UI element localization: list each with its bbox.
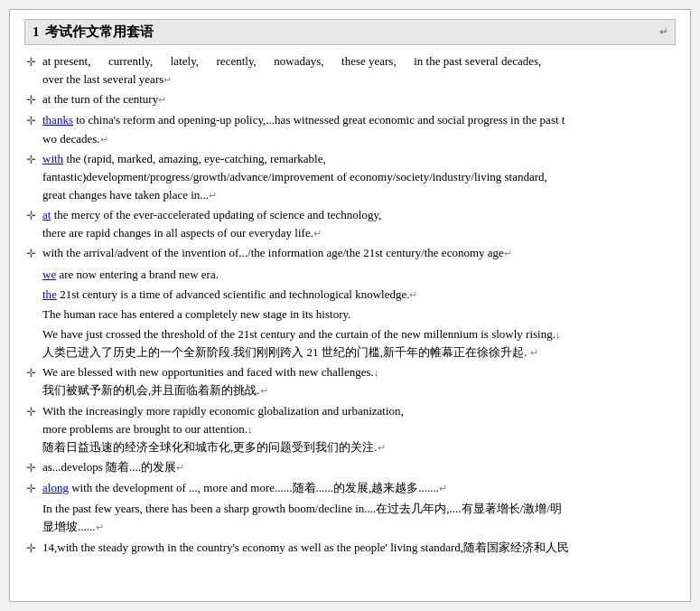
entry-11: ✛ We are blessed with new opportunities … — [24, 363, 676, 400]
drag-handle-icon[interactable]: ✛ — [24, 403, 37, 421]
entry-5: ✛ at the mercy of the ever-accelerated u… — [24, 206, 676, 242]
keyword-with: with — [42, 152, 63, 165]
entry-8: the 21st century is a time of advanced s… — [24, 286, 676, 304]
drag-handle-icon[interactable]: ✛ — [24, 207, 37, 225]
keyword-along: along — [42, 481, 69, 494]
drag-handle-icon[interactable]: ✛ — [24, 151, 37, 169]
entry-3: ✛ thanks to china's reform and opening-u… — [24, 111, 676, 147]
entry-4: ✛ with the (rapid, marked, amazing, eye-… — [24, 150, 676, 204]
entry-13-text: as...develops 随着....的发展↵ — [42, 458, 676, 476]
entry-14: ✛ along with the development of ..., mor… — [24, 479, 676, 498]
section-fold-icon[interactable]: ↵ — [659, 26, 667, 38]
entry-16-text: 14,with the steady growth in the country… — [42, 539, 676, 557]
entry-10: We have just crossed the threshold of th… — [24, 325, 676, 362]
drag-handle-icon[interactable]: ✛ — [24, 245, 37, 263]
drag-handle-icon[interactable]: ✛ — [24, 540, 37, 558]
entry-7-text: we are now entering a brand new era. — [42, 266, 676, 284]
drag-handle-icon[interactable]: ✛ — [24, 91, 37, 109]
entry-6: ✛ with the arrival/advent of the inventi… — [24, 244, 676, 263]
entry-10-text: We have just crossed the threshold of th… — [42, 325, 676, 362]
section-number: 1 — [33, 24, 40, 40]
drag-handle-icon[interactable]: ✛ — [24, 53, 37, 71]
document-page: 1 考试作文常用套语 ↵ ✛ at present, currently, la… — [9, 9, 691, 602]
keyword-we: we — [42, 268, 56, 281]
entry-4-text: with the (rapid, marked, amazing, eye-ca… — [42, 150, 676, 204]
entry-1-text: at present, currently, lately, recently,… — [42, 52, 676, 89]
entry-6-text: with the arrival/advent of the invention… — [42, 244, 676, 262]
drag-handle-icon[interactable]: ✛ — [24, 112, 37, 130]
entry-9: The human race has entered a completely … — [24, 306, 676, 324]
keyword-the: the — [42, 287, 57, 301]
entry-12-text: With the increasingly more rapidly econo… — [42, 402, 676, 456]
entry-8-text: the 21st century is a time of advanced s… — [42, 286, 676, 304]
entry-15-text: In the past few years, there has been a … — [42, 500, 676, 536]
section-title: 考试作文常用套语 — [45, 24, 154, 41]
entry-1: ✛ at present, currently, lately, recentl… — [24, 52, 676, 89]
entry-3-text: thanks to china's reform and opening-up … — [42, 111, 676, 147]
entry-14-text: along with the development of ..., more … — [42, 479, 676, 497]
entry-15: In the past few years, there has been a … — [24, 500, 676, 536]
entry-5-text: at the mercy of the ever-accelerated upd… — [42, 206, 676, 242]
drag-handle-icon[interactable]: ✛ — [24, 459, 37, 477]
entry-2-text: at the turn of the century↵ — [42, 90, 676, 108]
section-header: 1 考试作文常用套语 ↵ — [24, 19, 676, 45]
keyword-at: at — [42, 208, 51, 221]
keyword-thanks: thanks — [42, 113, 73, 127]
entry-16: ✛ 14,with the steady growth in the count… — [24, 539, 676, 558]
entry-9-text: The human race has entered a completely … — [42, 306, 676, 324]
drag-handle-icon[interactable]: ✛ — [24, 480, 37, 498]
entry-13: ✛ as...develops 随着....的发展↵ — [24, 458, 676, 477]
entry-12: ✛ With the increasingly more rapidly eco… — [24, 402, 676, 456]
entry-7: we are now entering a brand new era. — [24, 266, 676, 284]
drag-handle-icon[interactable]: ✛ — [24, 364, 37, 382]
entry-11-text: We are blessed with new opportunities an… — [42, 363, 676, 400]
entry-2: ✛ at the turn of the century↵ — [24, 90, 676, 109]
